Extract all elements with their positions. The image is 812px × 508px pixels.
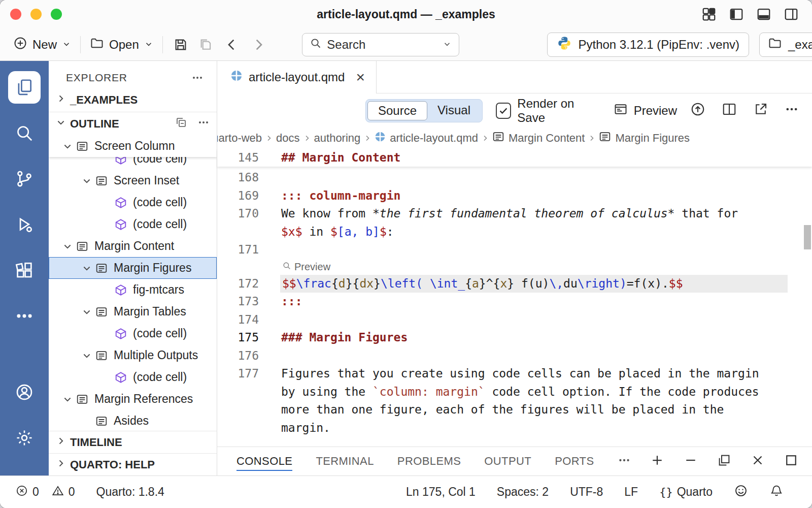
search-input[interactable]: Search (302, 33, 459, 56)
outline-item-code-cell[interactable]: (code cell) (49, 213, 217, 235)
chevron-down-icon[interactable] (78, 351, 95, 361)
outline-item-margin-content[interactable]: Margin Content (49, 235, 217, 257)
render-on-save-checkbox[interactable] (496, 103, 511, 119)
render-on-save-control[interactable]: Render on Save (496, 97, 600, 125)
panel-tab-problems[interactable]: PROBLEMS (397, 447, 461, 475)
code-line[interactable]: margin. (217, 419, 812, 437)
outline-item-asides[interactable]: Asides (49, 410, 217, 431)
breadcrumb-item[interactable]: docs (276, 132, 299, 145)
open-button[interactable]: Open (86, 33, 157, 56)
source-mode-button[interactable]: Source (367, 101, 427, 120)
code-line[interactable]: by using the `column: margin` code cell … (217, 383, 812, 401)
cursor-position[interactable]: Ln 175, Col 1 (406, 485, 476, 499)
save-icon[interactable] (168, 37, 193, 52)
error-count[interactable]: 0 (15, 484, 39, 500)
code-line[interactable]: 177Figures that you create using code ce… (217, 365, 812, 383)
chevron-down-icon[interactable] (59, 141, 76, 151)
outline-more-icon[interactable] (197, 116, 210, 132)
breadcrumb-item[interactable]: quarto-web (217, 132, 262, 145)
restore-panel-icon[interactable] (717, 453, 732, 470)
source-control-icon[interactable] (8, 163, 41, 195)
chevron-down-icon[interactable] (59, 241, 76, 251)
new-button[interactable]: New (9, 33, 75, 56)
encoding[interactable]: UTF-8 (570, 485, 603, 499)
tab-article-layout[interactable]: article-layout.qmd × (217, 61, 377, 93)
close-panel-icon[interactable] (750, 453, 765, 470)
code-line[interactable]: 171 (217, 241, 812, 259)
collapse-all-icon[interactable] (175, 116, 187, 132)
outline-item-screen-column[interactable]: Screen Column (49, 135, 217, 157)
outline-item-multiple-outputs[interactable]: Multiple Outputs (49, 344, 217, 366)
code-line[interactable]: more than one figure, each of the figure… (217, 401, 812, 419)
preview-button[interactable]: Preview (614, 102, 677, 119)
sidebar-section-timeline[interactable]: TIMELINE (49, 431, 217, 453)
visual-mode-button[interactable]: Visual (427, 101, 481, 120)
open-in-new-window-icon[interactable] (753, 102, 768, 120)
render-icon[interactable] (690, 102, 705, 120)
close-tab-icon[interactable]: × (356, 70, 365, 85)
editor-scrollbar[interactable] (804, 225, 811, 249)
breadcrumb-item[interactable]: Margin Figures (599, 131, 690, 146)
code-line[interactable]: $x$ in $[a, b]$: (217, 223, 812, 241)
interpreter-selector[interactable]: Python 3.12.1 (PipEnv: .venv) (547, 33, 749, 57)
chevron-down-icon[interactable] (78, 307, 95, 317)
code-line[interactable]: 174 (217, 311, 812, 329)
indent-setting[interactable]: Spaces: 2 (497, 485, 549, 499)
add-console-icon[interactable] (650, 453, 665, 470)
panel-tab-output[interactable]: OUTPUT (484, 447, 531, 475)
extensions-icon[interactable] (8, 254, 41, 287)
outline-item-code-cell[interactable]: (code cell) (49, 366, 217, 388)
code-line[interactable]: 170We know from *the first fundamental t… (217, 205, 812, 223)
maximize-panel-icon[interactable] (784, 453, 799, 470)
panel-more-icon[interactable] (618, 454, 631, 469)
minimize-window-button[interactable] (30, 9, 42, 20)
sidebar-section-quarto-help[interactable]: QUARTO: HELP (49, 453, 217, 475)
warning-count[interactable]: 0 (51, 484, 75, 500)
toggle-primary-sidebar-icon[interactable] (729, 7, 744, 22)
breadcrumb-item[interactable]: article-layout.qmd (375, 131, 478, 145)
code-line[interactable]: 175### Margin Figures (217, 329, 812, 347)
explorer-icon[interactable] (8, 71, 41, 104)
panel-tab-console[interactable]: CONSOLE (236, 447, 292, 475)
save-all-icon[interactable] (193, 37, 219, 52)
chevron-down-icon[interactable] (78, 176, 95, 186)
code-line[interactable]: 168 (217, 169, 812, 187)
quarto-version[interactable]: Quarto: 1.8.4 (96, 485, 164, 499)
code-editor[interactable]: 168169::: column-margin170We know from *… (217, 167, 812, 447)
customize-layout-icon[interactable] (701, 7, 717, 22)
code-line[interactable]: 176 (217, 347, 812, 365)
sidebar-section-examples[interactable]: _EXAMPLES (49, 88, 217, 112)
outline-item-margin-figures[interactable]: Margin Figures (49, 257, 217, 279)
split-editor-icon[interactable] (722, 102, 737, 120)
minimize-panel-icon[interactable] (683, 453, 698, 470)
panel-tab-ports[interactable]: PORTS (555, 447, 594, 475)
zoom-window-button[interactable] (51, 9, 62, 20)
close-window-button[interactable] (10, 9, 21, 20)
outline-item-margin-tables[interactable]: Margin Tables (49, 301, 217, 323)
feedback-icon[interactable] (734, 484, 748, 501)
outline-item-fig-mtcars[interactable]: fig-mtcars (49, 279, 217, 301)
code-line[interactable]: 172$$\frac{d}{dx}\left( \int_{a}^{x} f(u… (217, 275, 812, 293)
run-debug-icon[interactable] (8, 208, 41, 241)
toggle-panel-icon[interactable] (756, 7, 771, 22)
code-line[interactable]: 173::: (217, 293, 812, 311)
more-actions-icon[interactable] (785, 102, 799, 119)
more-icon[interactable] (8, 300, 41, 332)
language-mode[interactable]: {} Quarto (659, 485, 713, 499)
eol-setting[interactable]: LF (624, 485, 638, 499)
search-icon[interactable] (8, 117, 41, 149)
workspace-selector[interactable]: _examples (759, 33, 812, 57)
math-preview-widget[interactable]: Preview (217, 259, 812, 275)
panel-tab-terminal[interactable]: TERMINAL (316, 447, 374, 475)
code-line[interactable]: 169::: column-margin (217, 187, 812, 205)
sidebar-section-outline[interactable]: OUTLINE (49, 112, 217, 135)
breadcrumb-item[interactable]: Margin Content (492, 131, 585, 146)
forward-button[interactable] (245, 37, 272, 53)
outline-item-code-cell[interactable]: (code cell) (49, 323, 217, 344)
settings-icon[interactable] (8, 422, 41, 454)
explorer-more-icon[interactable] (191, 72, 204, 84)
outline-item-screen-inset[interactable]: Screen Inset (49, 170, 217, 192)
sticky-scroll-line[interactable]: 145 ## Margin Content (217, 148, 812, 167)
chevron-down-icon[interactable] (78, 263, 95, 273)
outline-item-code-cell[interactable]: (code cell) (49, 192, 217, 213)
